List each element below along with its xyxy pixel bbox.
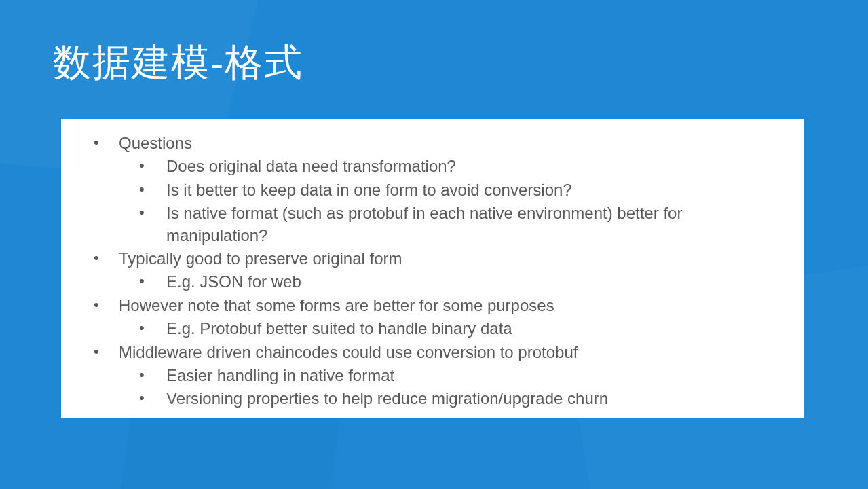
list-item: Is native format (such as protobuf in ea… (119, 202, 784, 247)
bullet-text: E.g. JSON for web (166, 272, 301, 291)
bullet-text: Is native format (such as protobuf in ea… (166, 204, 682, 244)
bullet-list: Questions Does original data need transf… (81, 132, 784, 410)
bullet-text: E.g. Protobuf better suited to handle bi… (166, 319, 512, 338)
bullet-text: Does original data need transformation? (166, 157, 456, 175)
list-item: Easier handling in native format (119, 365, 784, 386)
slide-title: 数据建模-格式 (53, 37, 303, 89)
list-item: Does original data need transformation? (119, 156, 784, 177)
list-item: Questions Does original data need transf… (81, 132, 784, 247)
list-item: However note that some forms are better … (81, 295, 784, 340)
list-item: E.g. Protobuf better suited to handle bi… (119, 318, 784, 340)
list-item: E.g. JSON for web (119, 271, 784, 293)
bullet-text: Easier handling in native format (166, 366, 394, 384)
sub-list: E.g. Protobuf better suited to handle bi… (119, 318, 784, 340)
bullet-text: Questions (119, 134, 192, 152)
bullet-text: Middleware driven chaincodes could use c… (119, 343, 578, 361)
sub-list: Does original data need transformation? … (119, 156, 784, 247)
bullet-text: However note that some forms are better … (119, 296, 554, 314)
content-box: Questions Does original data need transf… (61, 119, 804, 418)
list-item: Versioning properties to help reduce mig… (119, 388, 784, 410)
sub-list: E.g. JSON for web (119, 271, 784, 293)
sub-list: Easier handling in native format Version… (119, 365, 784, 410)
list-item: Typically good to preserve original form… (81, 248, 784, 293)
bullet-text: Typically good to preserve original form (119, 249, 402, 268)
list-item: Is it better to keep data in one form to… (119, 179, 784, 201)
list-item: Middleware driven chaincodes could use c… (81, 342, 784, 410)
bullet-text: Is it better to keep data in one form to… (166, 181, 572, 199)
bullet-text: Versioning properties to help reduce mig… (166, 389, 608, 408)
